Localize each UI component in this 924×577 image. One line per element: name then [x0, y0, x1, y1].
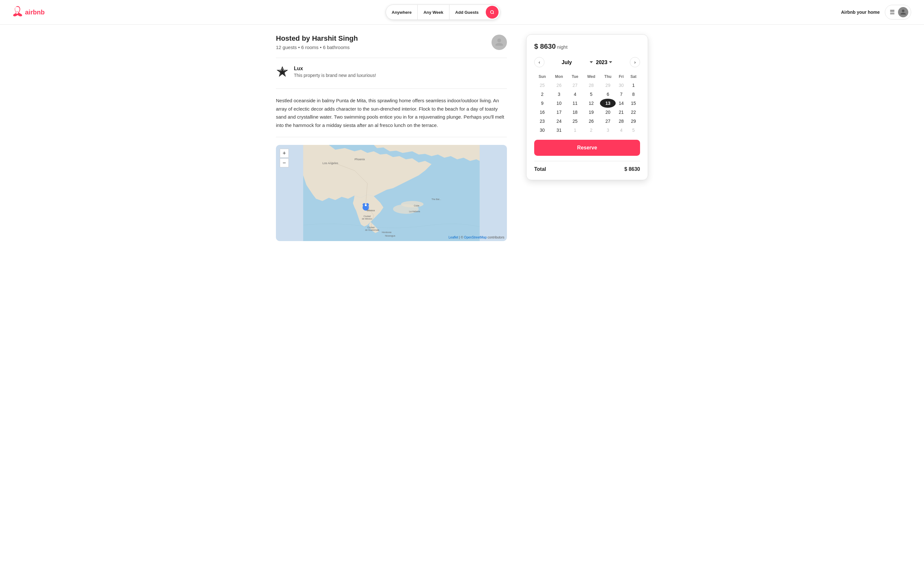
- calendar-day[interactable]: 5: [582, 90, 600, 99]
- map-container: Los Angeles Phoenix México Ciudad de Méx…: [276, 145, 507, 241]
- calendar-day[interactable]: 31: [550, 126, 568, 135]
- map-controls: + −: [280, 149, 289, 167]
- calendar-day[interactable]: 23: [534, 117, 550, 126]
- calendar-day[interactable]: 11: [568, 99, 582, 108]
- calendar-day: 1: [568, 126, 582, 135]
- svg-text:de México: de México: [362, 218, 372, 220]
- calendar-day[interactable]: 8: [627, 90, 640, 99]
- host-details: 12 guests • 6 rooms • 6 bathrooms: [276, 45, 358, 50]
- feature-section: Lux This property is brand new and luxur…: [276, 58, 507, 89]
- svg-text:Los Angeles: Los Angeles: [322, 161, 338, 165]
- total-label: Total: [534, 166, 546, 172]
- prev-month-button[interactable]: ‹: [534, 57, 544, 67]
- calendar-grid: SunMonTueWedThuFriSat 252627282930123456…: [534, 73, 640, 135]
- day-header-thu: Thu: [600, 73, 615, 81]
- calendar-day: 29: [600, 81, 615, 90]
- svg-text:Nicaragua: Nicaragua: [385, 235, 395, 237]
- calendar-day[interactable]: 19: [582, 108, 600, 117]
- calendar-day[interactable]: 15: [627, 99, 640, 108]
- menu-button[interactable]: ☰: [885, 5, 911, 19]
- month-select[interactable]: JanuaryFebruaryMarchAprilMayJuneJulyAugu…: [562, 60, 594, 65]
- calendar-day[interactable]: 12: [582, 99, 600, 108]
- calendar-day[interactable]: 10: [550, 99, 568, 108]
- svg-text:La Habana: La Habana: [409, 210, 420, 213]
- search-anywhere[interactable]: Anywhere: [386, 5, 418, 19]
- calendar-day[interactable]: 25: [568, 117, 582, 126]
- calendar-day: 28: [582, 81, 600, 90]
- calendar-day[interactable]: 13: [600, 99, 615, 108]
- map-svg: Los Angeles Phoenix México Ciudad de Méx…: [276, 145, 507, 241]
- logo[interactable]: airbnb: [13, 6, 45, 19]
- attribution-text: | ©: [459, 235, 464, 239]
- calendar-day[interactable]: 30: [534, 126, 550, 135]
- day-header-fri: Fri: [615, 73, 627, 81]
- total-row: Total $ 8630: [534, 161, 640, 172]
- calendar-day[interactable]: 24: [550, 117, 568, 126]
- svg-point-5: [401, 201, 423, 207]
- calendar-day[interactable]: 4: [568, 90, 582, 99]
- leaflet-link[interactable]: Leaflet: [449, 235, 458, 239]
- calendar-day[interactable]: 9: [534, 99, 550, 108]
- day-header-sat: Sat: [627, 73, 640, 81]
- hamburger-icon: ☰: [890, 9, 895, 16]
- search-any-week[interactable]: Any Week: [418, 5, 449, 19]
- reserve-button[interactable]: Reserve: [534, 140, 640, 156]
- calendar-day[interactable]: 18: [568, 108, 582, 117]
- day-header-wed: Wed: [582, 73, 600, 81]
- booking-card: $ 8630 night ‹ JanuaryFebruaryMarchApril…: [526, 34, 648, 180]
- svg-text:Cuba: Cuba: [414, 205, 419, 207]
- calendar-day[interactable]: 27: [600, 117, 615, 126]
- svg-text:Phoenix: Phoenix: [355, 158, 365, 161]
- calendar-day[interactable]: 16: [534, 108, 550, 117]
- zoom-in-button[interactable]: +: [280, 149, 289, 158]
- calendar-day[interactable]: 2: [534, 90, 550, 99]
- calendar-day[interactable]: 26: [582, 117, 600, 126]
- calendar-day[interactable]: 1: [627, 81, 640, 90]
- calendar-day: 27: [568, 81, 582, 90]
- search-button[interactable]: [486, 6, 499, 19]
- svg-point-0: [491, 11, 493, 13]
- year-select[interactable]: 202320242025: [596, 60, 613, 65]
- calendar-week-row: 9101112131415: [534, 99, 640, 108]
- zoom-out-button[interactable]: −: [280, 158, 289, 167]
- calendar-day: 25: [534, 81, 550, 90]
- openstreetmap-link[interactable]: OpenStreetMap: [464, 235, 487, 239]
- svg-text:The Bal...: The Bal...: [431, 198, 441, 200]
- calendar-header-row: SunMonTueWedThuFriSat: [534, 73, 640, 81]
- host-section: Hosted by Harshit Singh 12 guests • 6 ro…: [276, 34, 507, 58]
- feature-text: Lux This property is brand new and luxur…: [294, 66, 376, 78]
- calendar-week-row: 2345678: [534, 90, 640, 99]
- day-header-mon: Mon: [550, 73, 568, 81]
- month-year-selector: JanuaryFebruaryMarchAprilMayJuneJulyAugu…: [562, 60, 613, 65]
- host-link[interactable]: Airbnb your home: [841, 10, 880, 15]
- calendar-day: 3: [600, 126, 615, 135]
- calendar-day[interactable]: 14: [615, 99, 627, 108]
- calendar-day: 5: [627, 126, 640, 135]
- main-content: Hosted by Harshit Singh 12 guests • 6 ro…: [270, 25, 654, 251]
- left-content: Hosted by Harshit Singh 12 guests • 6 ro…: [276, 34, 507, 241]
- svg-text:Ciudad: Ciudad: [363, 215, 371, 218]
- calendar-day[interactable]: 20: [600, 108, 615, 117]
- calendar-day: 2: [582, 126, 600, 135]
- calendar-day[interactable]: 3: [550, 90, 568, 99]
- calendar-week-row: 16171819202122: [534, 108, 640, 117]
- map-attribution: Leaflet | © OpenStreetMap contributors: [449, 235, 504, 239]
- header-right: Airbnb your home ☰: [841, 5, 911, 19]
- calendar-day[interactable]: 6: [600, 90, 615, 99]
- calendar-day[interactable]: 29: [627, 117, 640, 126]
- calendar-body: 2526272829301234567891011121314151617181…: [534, 81, 640, 135]
- calendar-day[interactable]: 22: [627, 108, 640, 117]
- logo-text: airbnb: [25, 9, 45, 16]
- contributors-text: contributors: [488, 235, 504, 239]
- calendar-day[interactable]: 21: [615, 108, 627, 117]
- calendar-week-row: 2526272829301: [534, 81, 640, 90]
- host-info: Hosted by Harshit Singh 12 guests • 6 ro…: [276, 34, 358, 50]
- calendar-day[interactable]: 28: [615, 117, 627, 126]
- search-add-guests[interactable]: Add Guests: [449, 5, 485, 19]
- lux-icon: [276, 66, 289, 81]
- airbnb-logo-icon: [13, 6, 23, 19]
- next-month-button[interactable]: ›: [630, 57, 640, 67]
- calendar-day[interactable]: 17: [550, 108, 568, 117]
- calendar-day[interactable]: 7: [615, 90, 627, 99]
- feature-description: This property is brand new and luxurious…: [294, 73, 376, 78]
